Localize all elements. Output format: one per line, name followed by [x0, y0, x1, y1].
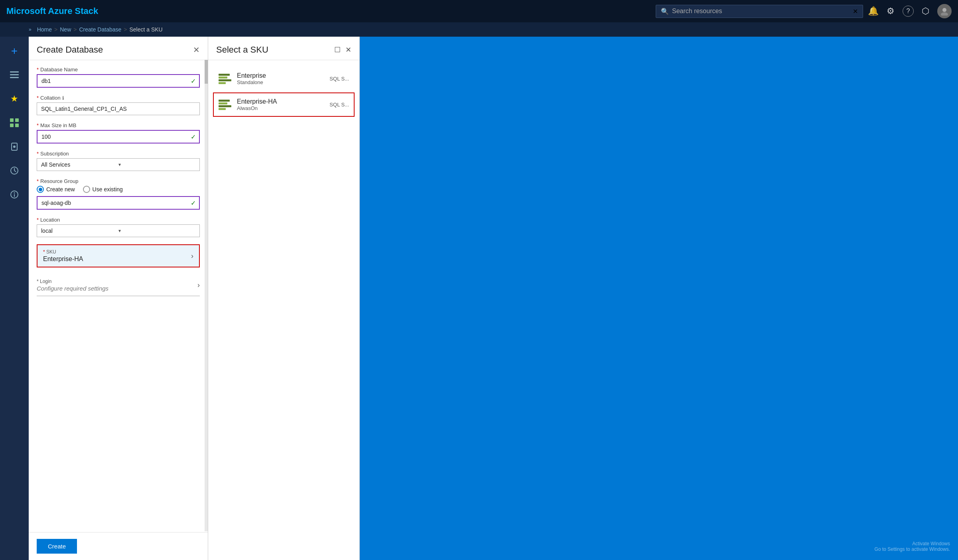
max-size-input[interactable] — [37, 131, 187, 143]
breadcrumb-create-database[interactable]: Create Database — [79, 26, 121, 33]
panel-close-button[interactable]: ✕ — [193, 46, 200, 54]
location-dropdown[interactable]: local ▾ — [37, 224, 200, 237]
login-field[interactable]: * Login Configure required settings › — [37, 275, 200, 296]
scrollbar-track[interactable] — [205, 60, 208, 531]
sku-enterprise-name: Enterprise — [237, 72, 324, 79]
rg-input[interactable] — [37, 197, 187, 209]
resource-group-field: * Resource Group Create new Use existing — [37, 178, 200, 210]
search-icon: 🔍 — [661, 8, 669, 15]
required-star3: * — [37, 122, 39, 128]
location-field: * Location local ▾ — [37, 217, 200, 237]
bell-icon[interactable]: 🔔 — [868, 6, 879, 16]
avatar[interactable] — [937, 4, 952, 18]
sku-panel-minimize-icon[interactable]: ☐ — [334, 45, 341, 54]
subscription-field: * Subscription All Services ▾ — [37, 151, 200, 171]
use-existing-radio-circle — [83, 186, 90, 193]
svg-rect-6 — [15, 118, 19, 122]
required-star: * — [37, 67, 39, 73]
search-close-icon[interactable]: ✕ — [853, 8, 858, 15]
app-title: Microsoft Azure Stack — [6, 6, 98, 16]
sku-enterprise-icon — [219, 74, 231, 84]
database-name-input[interactable] — [37, 75, 187, 87]
create-button[interactable]: Create — [37, 539, 77, 554]
sidebar-item-resource[interactable] — [3, 136, 26, 158]
sku-arrow-icon: › — [191, 252, 193, 260]
sku-value: Enterprise-HA — [43, 255, 83, 263]
share-icon[interactable]: ⬡ — [922, 6, 929, 16]
sku-field-inner: * SKU Enterprise-HA — [43, 249, 83, 263]
subscription-value: All Services — [41, 161, 118, 168]
expand-icon[interactable]: » — [29, 27, 32, 32]
required-star2: * — [37, 95, 39, 101]
search-bar[interactable]: 🔍 ✕ — [656, 5, 863, 18]
max-size-input-wrapper[interactable]: ✓ — [37, 130, 200, 143]
subscription-dropdown[interactable]: All Services ▾ — [37, 158, 200, 171]
sidebar-item-menu[interactable] — [3, 64, 26, 86]
sku-enterprise-sub: Standalone — [237, 79, 324, 85]
max-size-field: * Max Size in MB ✓ — [37, 122, 200, 143]
sku-enterprise-text: Enterprise Standalone — [237, 72, 324, 85]
database-name-label: * Database Name — [37, 67, 200, 73]
svg-rect-2 — [10, 71, 19, 73]
login-value: Configure required settings — [37, 285, 108, 292]
panel-header: Create Database ✕ — [29, 37, 208, 60]
sidebar-item-other[interactable] — [3, 183, 26, 206]
svg-rect-16 — [14, 194, 15, 197]
collation-input[interactable] — [37, 102, 200, 115]
sidebar-item-dashboard[interactable] — [3, 112, 26, 134]
sidebar-item-favorites[interactable]: ★ — [3, 88, 26, 110]
sku-panel-header: Select a SKU ☐ ✕ — [208, 37, 359, 60]
collation-label: * Collation ℹ — [37, 95, 200, 101]
login-label-text: * Login — [37, 279, 108, 284]
gear-icon[interactable]: ⚙ — [887, 6, 895, 16]
sku-item-enterprise-ha[interactable]: Enterprise-HA AlwasOn SQL S... — [213, 92, 355, 117]
sku-item-enterprise[interactable]: Enterprise Standalone SQL S... — [213, 67, 355, 91]
breadcrumb-current: Select a SKU — [129, 26, 162, 33]
sku-field[interactable]: * SKU Enterprise-HA › — [37, 244, 200, 267]
max-size-check-icon: ✓ — [187, 133, 199, 141]
select-sku-panel: Select a SKU ☐ ✕ Enterprise — [208, 37, 360, 560]
subscription-label: * Subscription — [37, 151, 200, 157]
topbar-icons: 🔔 ⚙ ? ⬡ — [868, 4, 952, 18]
create-new-radio[interactable]: Create new — [37, 186, 75, 193]
breadcrumb-new[interactable]: New — [60, 26, 71, 33]
sku-list: Enterprise Standalone SQL S... Enterpris… — [208, 60, 359, 125]
svg-rect-5 — [10, 118, 14, 122]
collation-field: * Collation ℹ — [37, 95, 200, 115]
svg-rect-3 — [10, 74, 19, 75]
location-value: local — [41, 228, 118, 234]
required-star5: * — [37, 178, 39, 184]
scrollbar-thumb[interactable] — [205, 60, 208, 84]
activate-windows-text: Activate Windows Go to Settings to activ… — [875, 541, 950, 552]
rg-check-icon: ✓ — [187, 199, 199, 207]
required-star4: * — [37, 151, 39, 157]
sidebar-item-recent[interactable] — [3, 159, 26, 182]
sidebar-item-new[interactable]: + — [3, 40, 26, 62]
rg-input-wrapper[interactable]: ✓ — [37, 196, 200, 210]
svg-line-13 — [14, 171, 16, 172]
breadcrumb-home[interactable]: Home — [37, 26, 52, 33]
panel-title: Create Database — [37, 45, 103, 55]
sku-panel-title: Select a SKU — [216, 45, 268, 55]
login-arrow-icon: › — [197, 281, 200, 289]
location-label: * Location — [37, 217, 200, 223]
panels-area: Create Database ✕ * Database Name ✓ — [29, 37, 958, 560]
main-content: + ★ Create Database ✕ — [0, 37, 958, 560]
sku-enterprise-ha-sub: AlwasOn — [237, 105, 324, 111]
use-existing-radio[interactable]: Use existing — [83, 186, 123, 193]
login-field-inner: * Login Configure required settings — [37, 279, 108, 292]
breadcrumb-sep1: > — [54, 26, 57, 33]
sidebar: + ★ — [0, 37, 29, 560]
database-name-input-wrapper[interactable]: ✓ — [37, 74, 200, 88]
sku-panel-close-icon[interactable]: ✕ — [345, 45, 351, 54]
required-star6: * — [37, 217, 39, 223]
sku-panel-icons: ☐ ✕ — [334, 45, 351, 54]
activate-line1: Activate Windows — [875, 541, 950, 546]
question-icon[interactable]: ? — [903, 6, 914, 17]
create-new-label: Create new — [46, 186, 75, 193]
svg-rect-8 — [15, 124, 19, 127]
sku-enterprise-tag: SQL S... — [329, 76, 349, 82]
blue-background: Activate Windows Go to Settings to activ… — [360, 37, 958, 560]
search-input[interactable] — [672, 8, 850, 15]
collation-info-icon[interactable]: ℹ — [62, 95, 64, 101]
